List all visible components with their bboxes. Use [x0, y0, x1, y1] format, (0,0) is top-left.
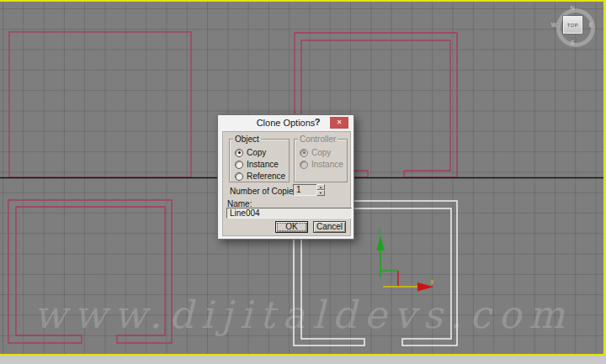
viewcube-west-label[interactable]: W: [550, 22, 558, 28]
viewcube-south-label[interactable]: S: [568, 40, 577, 45]
controller-groupbox: Controller Copy Instance: [294, 139, 348, 182]
number-of-copies-label: Number of Copies:: [230, 187, 300, 196]
name-input[interactable]: Line004: [226, 208, 352, 219]
controller-group-label: Controller: [298, 135, 338, 144]
radio-object-instance[interactable]: Instance: [235, 160, 279, 169]
cancel-button[interactable]: Cancel: [313, 221, 346, 233]
close-icon[interactable]: ✕: [330, 117, 348, 129]
dialog-titlebar[interactable]: Clone Options ? ✕: [218, 115, 354, 131]
gizmo-x-axis-label: x: [429, 277, 434, 286]
viewcube-north-label[interactable]: N: [568, 5, 577, 11]
spline-rectangle-top-left[interactable]: [9, 32, 191, 177]
radio-controller-copy: Copy: [300, 148, 331, 157]
radio-object-copy[interactable]: Copy: [235, 148, 266, 157]
radio-controller-instance: Instance: [300, 160, 343, 169]
spline-wall-bottom-left[interactable]: [8, 200, 172, 343]
copies-spinner: ▲ ▼: [316, 184, 325, 196]
help-icon[interactable]: ?: [311, 117, 323, 129]
viewcube-top-face[interactable]: TOP: [563, 16, 582, 34]
radio-label: Reference: [247, 171, 285, 181]
move-gizmo: y x: [376, 226, 434, 292]
radio-label: Copy: [247, 148, 266, 157]
radio-dot-icon: [300, 161, 308, 169]
bottom-ui-strip: [0, 356, 606, 364]
radio-dot-icon: [235, 172, 243, 181]
spinner-up-icon[interactable]: ▲: [316, 184, 325, 190]
gizmo-y-arrowhead-icon[interactable]: [376, 235, 384, 251]
ok-button[interactable]: OK: [275, 221, 308, 233]
viewcube-east-label[interactable]: E: [587, 22, 595, 28]
dialog-body: Object Copy Instance Reference Controlle…: [222, 131, 351, 236]
object-groupbox: Object Copy Instance Reference: [229, 139, 290, 182]
object-group-label: Object: [233, 135, 261, 144]
clone-options-dialog: Clone Options ? ✕ Object Copy Instance R…: [217, 114, 354, 240]
gizmo-y-axis-label: y: [376, 226, 381, 235]
radio-dot-icon: [300, 149, 308, 157]
spinner-down-icon[interactable]: ▼: [316, 190, 325, 196]
viewcube[interactable]: N E S W TOP: [552, 4, 599, 51]
number-of-copies-input[interactable]: 1: [293, 184, 318, 196]
radio-dot-icon: [235, 161, 243, 169]
radio-dot-icon: [235, 149, 243, 157]
radio-object-reference[interactable]: Reference: [235, 171, 285, 181]
radio-label: Copy: [311, 148, 331, 157]
radio-label: Instance: [247, 160, 279, 169]
radio-label: Instance: [311, 160, 343, 169]
